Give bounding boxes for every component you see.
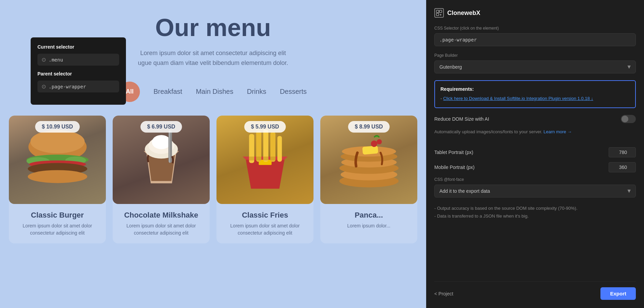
parent-selector-label: Parent selector [37,71,119,76]
css-selector-label: CSS Selector (click on the element) [434,26,636,31]
card-info-burger: Classic Burger Lorem ipsum dolor sit ame… [9,204,106,243]
auto-upload-section: Automatically upload images/icons/fonts … [434,129,636,141]
eye-icon: ⊙ [42,56,46,63]
page-builder-label: Page Builder [434,53,636,58]
css-font-face-section: CSS @font-face Add it to the export data… [434,177,636,198]
main-content: Current selector ⊙ .menu Parent selector… [0,0,426,308]
page-builder-select-wrapper: Gutenberg Elementor Divi ▼ [434,61,636,73]
tablet-portrait-row: Tablet Portrait (px) [434,147,636,157]
card-image-pancake: $ 8.99 USD [320,116,417,204]
svg-rect-34 [436,13,439,16]
note-1: - Output accuracy is based on the source… [434,204,636,212]
svg-point-1 [30,130,85,153]
requirements-title: Requirements: [440,86,630,92]
reduce-dom-label: Reduce DOM Size with AI [434,116,489,122]
mobile-portrait-input[interactable] [609,162,636,172]
svg-rect-21 [263,156,268,160]
css-selector-section: CSS Selector (click on the element) [434,26,636,46]
filter-tabs: All Breakfast Main Dishes Drinks Dessert… [119,82,307,102]
note-2: - Data is transferred to a JSON file whe… [434,212,636,220]
svg-point-31 [376,139,382,144]
fries-svg [226,124,304,195]
css-font-face-label: CSS @font-face [434,177,636,182]
card-image-fries: $ 5.99 USD [216,116,313,204]
svg-rect-12 [169,130,170,162]
price-badge-fries: $ 5.99 USD [244,121,286,133]
css-selector-input[interactable] [434,33,636,46]
back-project-button[interactable]: < Project [434,291,453,296]
parent-selector-tag[interactable]: ⊙ .page-wrapper [37,81,119,92]
pancake-svg [330,124,408,195]
card-desc-burger: Lorem ipsum dolor sit amet dolor consect… [14,222,100,237]
card-image-milkshake: $ 6.99 USD [113,116,210,204]
svg-rect-19 [249,156,254,160]
milkshake-svg [123,124,200,195]
tab-main-dishes[interactable]: Main Dishes [196,85,233,98]
current-selector-value: .menu [49,57,63,63]
selector-popup: Current selector ⊙ .menu Parent selector… [31,37,126,105]
tab-drinks[interactable]: Drinks [247,85,266,98]
svg-rect-29 [362,146,378,155]
notes-section: - Output accuracy is based on the source… [434,204,636,220]
parent-selector-value: .page-wrapper [49,84,86,89]
card-name-pancake: Panca... [326,211,412,220]
tab-breakfast[interactable]: Breakfast [154,85,182,98]
svg-rect-22 [270,156,275,160]
card-image-burger: $ 10.99 USD [9,116,106,204]
card-desc-fries: Lorem ipsum dolor sit amet dolor consect… [222,222,308,237]
auto-upload-description: Automatically upload images/icons/fonts … [434,129,636,135]
requirements-box: Requirements: - Click here to Download &… [434,80,636,108]
export-button[interactable]: Export [600,287,636,300]
right-panel: ClonewebX CSS Selector (click on the ele… [426,0,644,308]
panel-header: ClonewebX [434,8,636,18]
svg-point-7 [28,170,87,183]
requirements-item-1[interactable]: - Click here to Download & Install Softl… [440,95,630,102]
burger-svg [19,124,96,195]
panel-footer: < Project Export [434,281,636,300]
menu-card-milkshake: $ 6.99 USD Chocolate Milkshake Lorem ips… [113,116,210,243]
tablet-portrait-label: Tablet Portrait (px) [434,150,473,155]
price-badge-milkshake: $ 6.99 USD [140,121,182,133]
cloneweb-logo-icon [436,10,442,16]
card-info-fries: Classic Fries Lorem ipsum dolor sit amet… [216,204,313,243]
menu-card-pancake: $ 8.99 USD Panca... Lorem ipsum dolor... [320,116,417,243]
menu-card-fries: $ 5.99 USD Classic Fries Lorem ipsum dol… [216,116,313,243]
price-badge-pancake: $ 8.99 USD [348,121,390,133]
requirements-link[interactable]: Click here to Download & Install Softlit… [443,96,593,101]
svg-rect-18 [277,136,281,162]
svg-rect-20 [256,156,261,160]
card-name-milkshake: Chocolate Milkshake [118,211,204,220]
card-desc-milkshake: Lorem ipsum dolor sit amet dolor consect… [118,222,204,237]
css-font-face-select-wrapper: Add it to the export data Don't include … [434,185,636,198]
svg-point-30 [371,140,377,147]
svg-rect-32 [436,10,439,13]
tablet-portrait-input[interactable] [609,147,636,157]
card-info-milkshake: Chocolate Milkshake Lorem ipsum dolor si… [113,204,210,243]
card-info-pancake: Panca... Lorem ipsum dolor... [320,204,417,236]
mobile-portrait-label: Mobile Portrait (px) [434,165,474,170]
page-builder-section: Page Builder Gutenberg Elementor Divi ▼ [434,53,636,73]
svg-rect-33 [439,10,442,13]
tab-desserts[interactable]: Desserts [280,85,307,98]
current-selector-label: Current selector [37,44,119,50]
menu-cards: $ 10.99 USD Classic Burger Lorem ipsum d… [9,116,417,243]
card-desc-pancake: Lorem ipsum dolor... [326,222,412,229]
page-builder-select[interactable]: Gutenberg Elementor Divi [434,61,636,73]
panel-brand-name: ClonewebX [447,10,480,17]
price-badge-burger: $ 10.99 USD [35,121,80,133]
svg-point-10 [152,135,171,149]
mobile-portrait-row: Mobile Portrait (px) [434,162,636,172]
page-title: Our menu [155,14,271,41]
css-font-face-select[interactable]: Add it to the export data Don't include [434,185,636,198]
toggle-knob [622,116,628,122]
reduce-dom-row: Reduce DOM Size with AI [434,115,636,123]
learn-more-link[interactable]: Learn more → [544,129,572,134]
panel-logo [434,8,444,18]
card-name-fries: Classic Fries [222,211,308,220]
reduce-dom-toggle[interactable] [621,115,636,123]
page-subtitle: Lorem ipsum dolor sit amet consectetur a… [138,48,288,68]
menu-card-burger: $ 10.99 USD Classic Burger Lorem ipsum d… [9,116,106,243]
current-selector-tag[interactable]: ⊙ .menu [37,54,119,66]
card-name-burger: Classic Burger [14,211,100,220]
eye-icon-2: ⊙ [42,83,46,90]
